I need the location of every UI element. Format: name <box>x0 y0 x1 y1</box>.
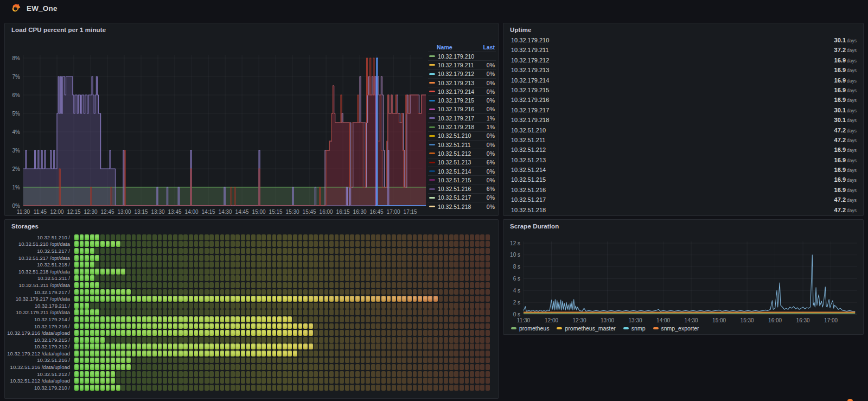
scrape-legend-item[interactable]: snmp <box>623 325 646 332</box>
storage-cell <box>366 337 370 343</box>
storage-cell <box>324 303 329 309</box>
cpu-legend-name-header[interactable]: Name <box>437 43 452 52</box>
panel-title-storages[interactable]: Storages <box>11 223 39 230</box>
series-name[interactable]: 10.32.51.218 <box>438 203 484 210</box>
series-name[interactable]: 10.32.51.213 <box>438 159 484 166</box>
series-name[interactable]: 10.32.179.212 <box>438 71 484 77</box>
cpu-legend-item[interactable]: 10.32.51.2150% <box>428 175 496 184</box>
series-name[interactable]: 10.32.179.211 <box>438 62 484 68</box>
cpu-legend-item[interactable]: 10.32.51.2166% <box>428 184 496 193</box>
storage-cell <box>480 337 484 343</box>
storage-cell <box>314 323 318 329</box>
cpu-legend-item[interactable]: 10.32.179.2181% <box>428 122 496 131</box>
cpu-legend-item[interactable]: 10.32.179.2171% <box>428 113 496 122</box>
series-name[interactable]: 10.32.51.210 <box>438 132 484 139</box>
storage-cell <box>350 385 354 391</box>
series-name[interactable]: 10.32.179.213 <box>438 80 484 86</box>
series-name[interactable]: 10.32.179.215 <box>438 97 484 104</box>
storage-cell <box>376 269 380 275</box>
cpu-legend-item[interactable]: 10.32.51.2180% <box>428 202 496 211</box>
cpu-legend-item[interactable]: 10.32.179.2160% <box>428 105 496 113</box>
storage-cell <box>329 378 334 384</box>
series-color-swatch <box>429 188 435 190</box>
storage-cell <box>225 358 229 364</box>
panel-title-uptime[interactable]: Uptime <box>510 27 532 33</box>
storage-cell <box>480 303 484 309</box>
grafana-logo-icon[interactable] <box>12 4 21 13</box>
scrape-legend-item[interactable]: prometheus <box>511 325 549 332</box>
storage-cell <box>74 330 79 336</box>
series-name[interactable]: 10.32.51.217 <box>438 194 484 201</box>
series-name[interactable]: 10.32.179.217 <box>438 115 484 122</box>
storage-cell <box>194 289 199 295</box>
series-color-swatch <box>429 197 435 199</box>
storage-cell <box>178 275 183 281</box>
cpu-chart[interactable]: 0%1%2%3%4%5%6%7%8%11:3011:4512:0012:1512… <box>5 23 499 217</box>
storage-cell <box>235 323 240 329</box>
series-name[interactable]: snmp_exporter <box>661 325 699 332</box>
cpu-legend-item[interactable]: 10.32.51.2136% <box>428 158 496 167</box>
storage-cell <box>361 371 365 377</box>
storage-cell <box>261 330 266 336</box>
dashboard-title[interactable]: EW_One <box>27 4 58 12</box>
cpu-legend-item[interactable]: 10.32.51.2140% <box>428 167 496 175</box>
storage-cell <box>235 358 240 364</box>
storage-cell <box>251 364 256 370</box>
storage-cell <box>158 343 162 349</box>
cpu-legend-item[interactable]: 10.32.179.2110% <box>428 60 496 69</box>
storage-cell <box>283 316 287 322</box>
series-name[interactable]: snmp <box>631 325 646 332</box>
series-name[interactable]: 10.32.51.211 <box>438 142 484 148</box>
storage-cell <box>376 248 380 254</box>
storage-cell <box>116 269 120 275</box>
cpu-legend-item[interactable]: 10.32.51.2120% <box>428 149 496 157</box>
cpu-legend-item[interactable]: 10.32.51.2110% <box>428 140 496 149</box>
series-name[interactable]: 10.32.51.212 <box>438 150 484 157</box>
storage-cell <box>335 343 339 349</box>
cpu-legend-item[interactable]: 10.32.179.2130% <box>428 78 496 87</box>
storage-cell <box>74 385 79 391</box>
series-name[interactable]: 10.32.51.215 <box>438 177 484 183</box>
storage-cell <box>423 255 427 261</box>
storage-cell <box>459 330 464 336</box>
uptime-unit: days <box>847 177 857 183</box>
storages-heatmap[interactable]: 10.32.51.210 /10.32.51.210 /opt/data10.3… <box>5 234 495 391</box>
storage-cell <box>486 343 490 349</box>
x-tick-label: 14:45 <box>235 209 249 215</box>
cpu-legend-last-header[interactable]: Last <box>483 43 495 52</box>
storage-cell <box>158 255 162 261</box>
storage-cell <box>137 330 141 336</box>
series-name[interactable]: 10.32.179.216 <box>438 106 484 112</box>
storage-cell <box>74 351 79 357</box>
storage-cell <box>74 303 79 309</box>
storage-cell <box>366 316 370 322</box>
series-name[interactable]: prometheus <box>519 325 549 332</box>
scrape-chart[interactable]: 0 s2 s4 s6 s8 s10 s12 s11:3012:0012:3013… <box>503 220 864 335</box>
storage-cell <box>293 269 297 275</box>
cpu-legend-item[interactable]: 10.32.179.2120% <box>428 69 496 78</box>
storage-cell <box>261 234 266 240</box>
cpu-legend-item[interactable]: 10.32.51.2170% <box>428 193 496 202</box>
storage-cell <box>449 358 454 364</box>
series-name[interactable]: 10.32.179.210 <box>438 53 493 60</box>
cpu-legend-item[interactable]: 10.32.179.2140% <box>428 87 496 96</box>
storage-cell <box>319 323 323 329</box>
storage-cell <box>418 337 422 343</box>
storage-cell <box>132 255 136 261</box>
series-name[interactable]: prometheus_master <box>565 325 615 332</box>
storage-cell <box>261 248 266 254</box>
cpu-legend-item[interactable]: 10.32.51.2100% <box>428 131 496 140</box>
series-name[interactable]: 10.32.179.218 <box>438 124 484 130</box>
scrape-legend-item[interactable]: snmp_exporter <box>653 325 699 332</box>
storage-cell <box>381 337 386 343</box>
cpu-legend-item[interactable]: 10.32.179.210 <box>428 52 496 60</box>
storage-cell <box>106 358 110 364</box>
storage-cell <box>116 316 120 322</box>
series-name[interactable]: 10.32.51.214 <box>438 168 484 175</box>
cpu-legend-item[interactable]: 10.32.179.2150% <box>428 96 496 104</box>
storage-cell <box>298 234 303 240</box>
scrape-legend-item[interactable]: prometheus_master <box>557 325 615 332</box>
series-name[interactable]: 10.32.179.214 <box>438 88 484 95</box>
storage-cell <box>199 289 203 295</box>
series-name[interactable]: 10.32.51.216 <box>438 186 484 192</box>
